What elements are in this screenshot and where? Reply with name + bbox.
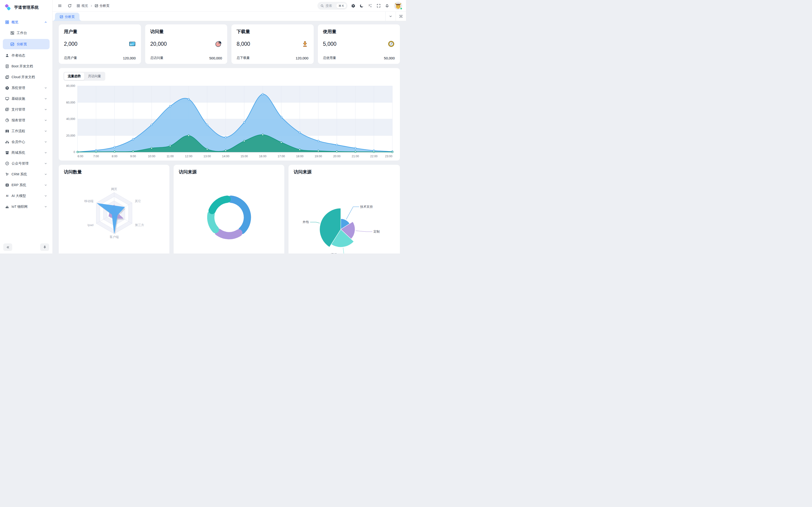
tab-bar: 分析页 [53,12,406,21]
sidebar-item-analysis[interactable]: 分析页 [3,39,50,49]
sidebar-item-mp[interactable]: 公众号管理 [3,159,50,168]
refresh-button[interactable] [66,3,73,9]
grid-icon [5,20,9,24]
chevron-down-icon [44,151,47,154]
svg-text:A: A [370,5,372,8]
tab-maximize-button[interactable] [396,12,406,21]
analysis-chart-icon [60,15,63,18]
svg-text:19:00: 19:00 [315,155,322,158]
visit-source-pie-chart[interactable]: 技术支持定制远程外包 [294,192,395,253]
sidebar-item-erp[interactable]: ERP 系统 [3,180,50,190]
visit-source-donut-chart[interactable] [195,186,263,249]
pin-icon [43,245,47,249]
svg-text:15:00: 15:00 [241,155,248,158]
breadcrumb: 概览分析页 [77,4,109,8]
svg-text:20:00: 20:00 [333,155,341,158]
sidebar-item-crm[interactable]: CRM 系统 [3,169,50,179]
svg-text:7:00: 7:00 [93,155,99,158]
stat-card-2: 下载量8,000总下载量120,000 [232,24,314,64]
hamburger-button[interactable] [56,3,63,9]
sidebar-item-label: 报表管理 [11,118,42,122]
sidebar-item-workflow[interactable]: 工作流程 [3,126,50,136]
sidebar-item-mall[interactable]: 商城系统 [3,148,50,157]
sidebar-item-ai[interactable]: AIAI 大模型 [3,191,50,201]
sidebar-collapse-button[interactable] [3,243,12,251]
trend-tab-1[interactable]: 月访问量 [84,72,105,80]
chevron-down-icon [44,194,47,198]
chevron-down-icon [44,129,47,133]
dark-mode-button[interactable] [358,3,365,9]
sidebar-item-system[interactable]: 系统管理 [3,83,50,93]
sidebar-item-author-news[interactable]: 作者动态 [3,51,50,60]
sidebar-item-label: CRM 系统 [11,172,42,176]
search-input[interactable]: 搜索 ⌘ K [317,2,348,10]
sidebar-item-infra[interactable]: 基础设施 [3,94,50,103]
locale-icon: 文A [368,4,372,8]
svg-text:16:00: 16:00 [259,155,266,158]
download-icon [301,40,308,47]
stats-row: 用户量2,000总用户量120,000访问量20,000%总访问量500,000… [59,24,400,64]
sidebar-item-report[interactable]: 报表管理 [3,115,50,125]
sidebar-pin-button[interactable] [40,243,49,251]
sidebar-item-label: 概览 [11,20,42,24]
svg-text:%: % [219,41,221,44]
tab-analysis-page[interactable]: 分析页 [55,13,80,21]
breadcrumb-item[interactable]: 概览 [77,4,88,8]
member-bike-icon [5,140,9,144]
page-content: 用户量2,000总用户量120,000访问量20,000%总访问量500,000… [53,21,406,253]
visit-source-pie-card: 访问来源 技术支持定制远程外包 [289,165,400,253]
chevron-down-icon [44,87,47,90]
analysis-chart-icon [95,4,98,7]
settings-button[interactable] [350,3,356,9]
sidebar-item-boot-doc[interactable]: Boot 开发文档 [3,61,50,71]
breadcrumb-item[interactable]: 分析页 [95,4,109,8]
stat-total-value: 120,000 [296,56,308,60]
gear-icon [5,86,9,90]
fullscreen-button[interactable] [375,3,382,9]
chevron-down-button[interactable] [385,12,396,21]
sidebar-item-cloud-doc[interactable]: Cloud 开发文档 [3,72,50,82]
chevron-down-icon [44,97,47,100]
sidebar-item-overview[interactable]: 概览 [3,17,50,27]
bank-card-icon [129,40,136,47]
locale-button[interactable]: 文A [367,3,373,9]
sidebar-item-label: Cloud 开发文档 [11,75,47,79]
traffic-trend-area-chart[interactable]: 020,00040,00060,00080,0006:007:008:009:0… [63,82,395,158]
stat-value: 2,000 [64,41,78,47]
report-pie-icon [5,118,9,122]
sidebar-item-iot[interactable]: IoT 物联网 [3,202,50,211]
person-icon [5,54,9,58]
svg-text:10:00: 10:00 [148,155,155,158]
svg-text:远程: 远程 [331,253,337,253]
sidebar-footer [0,241,52,253]
stat-title: 用户量 [64,29,136,35]
sidebar-item-workbench[interactable]: 工作台 [3,28,50,38]
top-bar-left [56,3,73,9]
bottom-cards-row: 访问数量 网页其它第三方客户端Ipad移动端 访问趋势 访问来源 搜索引擎直接访… [59,165,400,253]
chevron-down-icon [44,108,47,111]
visit-count-radar-chart[interactable]: 网页其它第三方客户端Ipad移动端 [75,177,153,248]
dark-mode-icon [360,4,364,8]
analysis-chart-icon [10,42,14,46]
trend-tab-0[interactable]: 流量趋势 [64,72,84,80]
sidebar: 芋道管理系统 概览工作台分析页作者动态Boot 开发文档Cloud 开发文档系统… [0,0,53,253]
svg-text:14:00: 14:00 [222,155,229,158]
stat-card-3: 使用量5,000总使用量50,000 [318,24,400,64]
notification-button[interactable] [384,3,390,9]
sidebar-item-payment[interactable]: 支付管理 [3,105,50,114]
payment-icon [5,108,9,111]
user-avatar[interactable] [394,2,402,10]
fullscreen-icon [376,4,380,8]
chevron-down-icon [44,173,47,176]
search-placeholder: 搜索 [326,4,332,8]
chevron-down-icon [44,183,47,186]
sidebar-item-label: 工作台 [17,31,47,35]
stat-total-label: 总用户量 [64,56,77,60]
top-bar: 概览分析页 搜索 ⌘ K 文A [53,0,406,12]
app-logo[interactable]: 芋道管理系统 [0,0,52,14]
logo-mark-icon [4,3,12,11]
svg-text:AI: AI [6,194,8,197]
sidebar-item-member[interactable]: 会员中心 [3,137,50,147]
sidebar-item-label: 作者动态 [11,53,47,58]
notification-icon [385,4,389,8]
